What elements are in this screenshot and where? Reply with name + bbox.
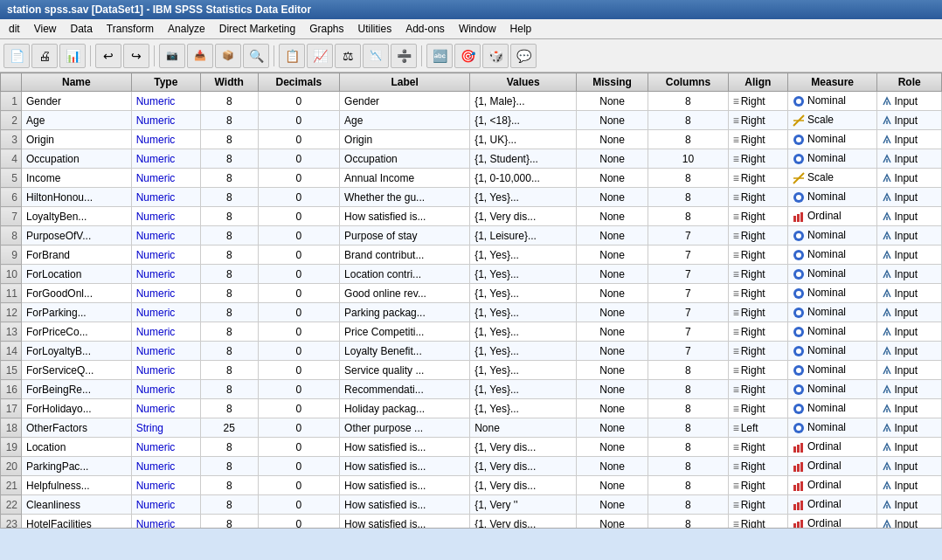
cell-name[interactable]: Age bbox=[22, 111, 132, 130]
cell-columns[interactable]: 8 bbox=[648, 169, 729, 188]
cell-values[interactable]: {1, Yes}... bbox=[470, 342, 577, 361]
cell-missing[interactable]: None bbox=[577, 226, 648, 245]
cell-missing[interactable]: None bbox=[577, 149, 648, 169]
cell-role[interactable]: Input bbox=[877, 303, 942, 322]
value-labels-button[interactable]: 🔤 bbox=[426, 44, 453, 68]
cell-measure[interactable]: Ordinal bbox=[787, 476, 876, 495]
cell-width[interactable]: 25 bbox=[200, 418, 258, 438]
cell-name[interactable]: ParkingPac... bbox=[22, 457, 132, 476]
cell-type[interactable]: Numeric bbox=[131, 92, 200, 111]
cell-type[interactable]: Numeric bbox=[131, 111, 200, 130]
table-row[interactable]: 2AgeNumeric80Age{1, <18}...None8≡RightSc… bbox=[1, 111, 942, 130]
cell-name[interactable]: Helpfulness... bbox=[22, 476, 132, 495]
cell-role[interactable]: Input bbox=[877, 226, 942, 245]
table-row[interactable]: 14ForLoyaltyB...Numeric80Loyalty Benefit… bbox=[1, 342, 942, 361]
cell-name[interactable]: ForBrand bbox=[22, 245, 132, 265]
table-row[interactable]: 22CleanlinessNumeric80How satisfied is..… bbox=[1, 495, 942, 515]
cell-width[interactable]: 8 bbox=[200, 303, 258, 322]
cell-name[interactable]: ForBeingRe... bbox=[22, 380, 132, 399]
menu-window[interactable]: Window bbox=[454, 21, 502, 37]
cell-type[interactable]: Numeric bbox=[131, 169, 200, 188]
header-name[interactable]: Name bbox=[22, 73, 132, 92]
cell-role[interactable]: Input bbox=[877, 92, 942, 111]
cell-decimals[interactable]: 0 bbox=[258, 149, 339, 169]
table-row[interactable]: 4OccupationNumeric80Occupation{1, Studen… bbox=[1, 149, 942, 169]
table-row[interactable]: 11ForGoodOnl...Numeric80Good online rev.… bbox=[1, 284, 942, 303]
cell-width[interactable]: 8 bbox=[200, 476, 258, 495]
cell-type[interactable]: Numeric bbox=[131, 207, 200, 226]
cell-measure[interactable]: Nominal bbox=[787, 284, 876, 303]
cell-width[interactable]: 8 bbox=[200, 322, 258, 342]
cell-measure[interactable]: Nominal bbox=[787, 149, 876, 169]
cell-type[interactable]: Numeric bbox=[131, 265, 200, 284]
cell-label[interactable]: How satisfied is... bbox=[340, 207, 470, 226]
insert-variable-button[interactable]: 📈 bbox=[307, 44, 333, 68]
cell-name[interactable]: PurposeOfV... bbox=[22, 226, 132, 245]
cell-missing[interactable]: None bbox=[577, 515, 648, 529]
cell-decimals[interactable]: 0 bbox=[258, 495, 339, 515]
cell-name[interactable]: Gender bbox=[22, 92, 132, 111]
cell-columns[interactable]: 7 bbox=[648, 342, 729, 361]
cell-role[interactable]: Input bbox=[877, 399, 942, 418]
cell-values[interactable]: {1, UK}... bbox=[470, 130, 577, 149]
scripting-button[interactable]: 🎲 bbox=[482, 44, 509, 68]
cell-label[interactable]: How satisfied is... bbox=[340, 495, 470, 515]
cell-columns[interactable]: 8 bbox=[648, 207, 729, 226]
cell-width[interactable]: 8 bbox=[200, 245, 258, 265]
cell-decimals[interactable]: 0 bbox=[258, 265, 339, 284]
cell-align[interactable]: ≡Right bbox=[728, 284, 787, 303]
goto-variable-button[interactable]: 📥 bbox=[187, 44, 213, 68]
cell-decimals[interactable]: 0 bbox=[258, 169, 339, 188]
cell-measure[interactable]: Ordinal bbox=[787, 438, 876, 457]
table-row[interactable]: 5IncomeNumeric80Annual Income{1, 0-10,00… bbox=[1, 169, 942, 188]
cell-role[interactable]: Input bbox=[877, 207, 942, 226]
header-measure[interactable]: Measure bbox=[787, 73, 876, 92]
cell-missing[interactable]: None bbox=[577, 457, 648, 476]
cell-missing[interactable]: None bbox=[577, 342, 648, 361]
cell-role[interactable]: Input bbox=[877, 476, 942, 495]
cell-values[interactable]: {1, Very dis... bbox=[470, 457, 577, 476]
cell-align[interactable]: ≡Right bbox=[728, 207, 787, 226]
cell-label[interactable]: Other purpose ... bbox=[340, 418, 470, 438]
cell-columns[interactable]: 7 bbox=[648, 303, 729, 322]
table-row[interactable]: 15ForServiceQ...Numeric80Service quality… bbox=[1, 361, 942, 380]
cell-role[interactable]: Input bbox=[877, 284, 942, 303]
cell-columns[interactable]: 7 bbox=[648, 226, 729, 245]
cell-name[interactable]: Cleanliness bbox=[22, 495, 132, 515]
cell-label[interactable]: Origin bbox=[340, 130, 470, 149]
table-row[interactable]: 10ForLocationNumeric80Location contri...… bbox=[1, 265, 942, 284]
cell-missing[interactable]: None bbox=[577, 418, 648, 438]
cell-role[interactable]: Input bbox=[877, 149, 942, 169]
cell-values[interactable]: {1, Very dis... bbox=[470, 476, 577, 495]
chart-builder-button[interactable]: 🎯 bbox=[454, 44, 481, 68]
cell-align[interactable]: ≡Left bbox=[728, 418, 787, 438]
cell-label[interactable]: Brand contribut... bbox=[340, 245, 470, 265]
cell-columns[interactable]: 8 bbox=[648, 515, 729, 529]
header-label[interactable]: Label bbox=[340, 73, 470, 92]
cell-measure[interactable]: Scale bbox=[787, 169, 876, 188]
cell-decimals[interactable]: 0 bbox=[258, 476, 339, 495]
cell-missing[interactable]: None bbox=[577, 92, 648, 111]
cell-values[interactable]: {1, Leisure}... bbox=[470, 226, 577, 245]
cell-columns[interactable]: 8 bbox=[648, 92, 729, 111]
cell-width[interactable]: 8 bbox=[200, 361, 258, 380]
cell-values[interactable]: {1, Yes}... bbox=[470, 284, 577, 303]
cell-measure[interactable]: Nominal bbox=[787, 226, 876, 245]
cell-values[interactable]: {1, Yes}... bbox=[470, 245, 577, 265]
table-row[interactable]: 23HotelFacilitiesNumeric80How satisfied … bbox=[1, 515, 942, 529]
cell-name[interactable]: ForPriceCo... bbox=[22, 322, 132, 342]
cell-name[interactable]: Occupation bbox=[22, 149, 132, 169]
cell-measure[interactable]: Nominal bbox=[787, 399, 876, 418]
menu-analyze[interactable]: Analyze bbox=[163, 21, 211, 37]
cell-missing[interactable]: None bbox=[577, 399, 648, 418]
cell-values[interactable]: {1, <18}... bbox=[470, 111, 577, 130]
cell-columns[interactable]: 7 bbox=[648, 265, 729, 284]
cell-missing[interactable]: None bbox=[577, 495, 648, 515]
cell-type[interactable]: Numeric bbox=[131, 322, 200, 342]
cell-role[interactable]: Input bbox=[877, 130, 942, 149]
cell-role[interactable]: Input bbox=[877, 380, 942, 399]
cell-type[interactable]: Numeric bbox=[131, 245, 200, 265]
header-values[interactable]: Values bbox=[470, 73, 577, 92]
cell-label[interactable]: Parking packag... bbox=[340, 303, 470, 322]
cell-measure[interactable]: Nominal bbox=[787, 245, 876, 265]
